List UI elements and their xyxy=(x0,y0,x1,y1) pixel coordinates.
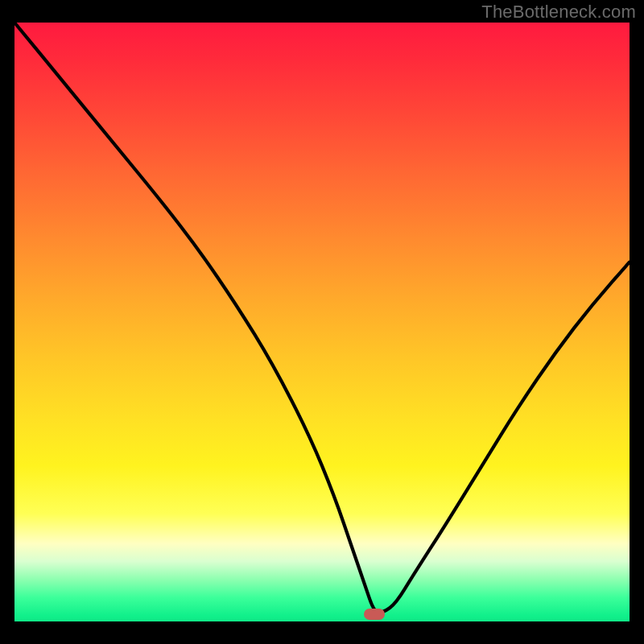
plot-area xyxy=(14,23,630,621)
curve-svg xyxy=(14,23,630,621)
chart-frame: TheBottleneck.com xyxy=(0,0,644,644)
optimum-marker xyxy=(364,609,385,620)
watermark-text: TheBottleneck.com xyxy=(481,2,636,23)
bottleneck-curve-path xyxy=(14,23,630,613)
